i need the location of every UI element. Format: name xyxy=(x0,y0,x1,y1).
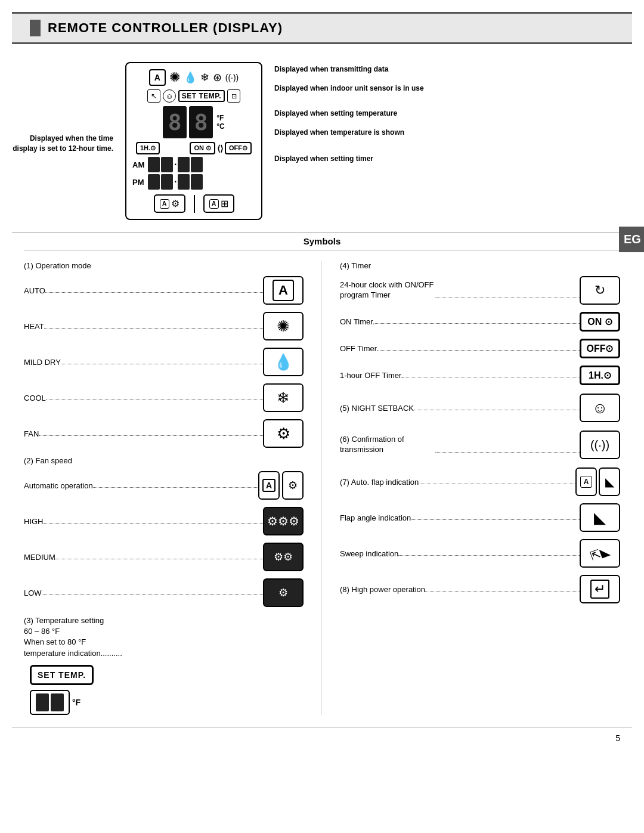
symbol-high: HIGH ⚙⚙⚙ xyxy=(24,507,304,535)
symbol-medium: MEDIUM ⚙⚙ xyxy=(24,543,304,571)
pm-label: PM xyxy=(132,178,145,187)
pm-colon: · xyxy=(174,176,177,187)
seg-digit-1: 8 xyxy=(163,106,187,138)
symbol-1h-timer: 1-hour OFF Timer. 1H.⊙ xyxy=(340,366,620,385)
pm-m2 xyxy=(191,174,203,190)
page-header: REMOTE CONTROLLER (DISPLAY) xyxy=(12,12,632,44)
pm-m1 xyxy=(178,174,190,190)
timer-section: (4) Timer 24-hour clock with ON/OFF prog… xyxy=(340,261,620,385)
night-setback-section: (5) NIGHT SETBACK ☺ xyxy=(340,394,620,422)
temp-setting-icons: SET TEMP. xyxy=(30,665,304,685)
flap-icon: ⊞ xyxy=(221,198,228,209)
fan-icon-disp: ⊛ xyxy=(213,71,222,84)
high-symbol: ⚙⚙⚙ xyxy=(263,507,304,535)
am-h1 xyxy=(148,157,160,172)
second-row: ↖ ☺ SET TEMP. ⊡ xyxy=(132,89,255,103)
symbol-on-timer: ON Timer. ON ⊙ xyxy=(340,312,620,332)
24h-clock-symbol: ↻ xyxy=(580,276,620,305)
timer-row: 1H.⊙ ON ⊙ ⟨⟩ OFF⊙ xyxy=(136,142,252,154)
on-timer-disp: ON ⊙ xyxy=(190,142,215,154)
right-annotations: Displayed when transmitting data Display… xyxy=(274,56,632,226)
symbol-fan: FAN ⚙ xyxy=(24,419,304,448)
left-annotation: Displayed when the time display is set t… xyxy=(12,56,113,226)
remote-diagram: A ✺ 💧 ❄ ⊛ ((·)) ↖ ☺ SET TEMP. ⊡ 8 8 xyxy=(125,62,262,220)
degree-labels: °F °C xyxy=(216,114,224,131)
flap-angle-section: Flap angle indication ◣ xyxy=(340,503,620,532)
auto-flap-symbol: A ◣ xyxy=(575,467,620,496)
1h-disp: 1H.⊙ xyxy=(136,142,160,154)
dry-icon: 💧 xyxy=(184,71,197,84)
fan-auto-icon: ⚙ xyxy=(171,198,179,209)
page-number: 5 xyxy=(615,733,620,743)
auto-fan-group: A ⚙ xyxy=(154,194,185,213)
set-temp-display: SET TEMP. xyxy=(178,90,225,102)
mild-dry-symbol: 💧 xyxy=(263,348,304,376)
heat-icon: ✺ xyxy=(169,70,180,85)
temp-digit-box xyxy=(30,690,70,715)
header-bar-decoration xyxy=(30,20,41,36)
symbol-mild-dry: MILD DRY 💧 xyxy=(24,348,304,376)
symbol-low: LOW ⚙ xyxy=(24,578,304,607)
ann-5: Displayed when setting timer xyxy=(274,154,632,163)
auto-flap-section: (7) Auto. flap indication A ◣ xyxy=(340,467,620,496)
temp-d2 xyxy=(51,693,64,711)
am-pm-section: AM · PM · xyxy=(132,157,255,190)
bottom-divider xyxy=(12,727,632,727)
page-number-area: 5 xyxy=(0,733,644,755)
symbols-header: Symbols xyxy=(24,233,620,250)
off-timer-symbol: OFF⊙ xyxy=(580,339,620,358)
confirm-symbol: ((·)) xyxy=(580,431,620,459)
seg-digit-2: 8 xyxy=(189,106,213,138)
sweep-section: Sweep indication ⇱◣ xyxy=(340,539,620,568)
eg-label: EG xyxy=(619,227,644,252)
symbol-auto: AUTO A xyxy=(24,276,304,305)
sweep-symbol: ⇱◣ xyxy=(580,539,620,568)
night-setback-symbol: ☺ xyxy=(580,394,620,422)
am-m2 xyxy=(191,157,203,172)
page-title: REMOTE CONTROLLER (DISPLAY) xyxy=(48,20,283,36)
confirmation-section: (6) Confirmation of transmission ((·)) xyxy=(340,431,620,459)
low-symbol: ⚙ xyxy=(263,578,304,607)
off-timer-disp: OFF⊙ xyxy=(225,142,252,154)
cool-icon: ❄ xyxy=(200,71,209,84)
ann-2: Displayed when indoor unit sensor is in … xyxy=(274,84,632,92)
temp-d1 xyxy=(36,693,49,711)
symbols-left-col: (1) Operation mode AUTO A HEAT xyxy=(24,261,322,715)
pm-h2 xyxy=(161,174,173,190)
am-time-display: · xyxy=(148,157,203,172)
a-small: A xyxy=(160,199,169,209)
symbol-off-timer: OFF Timer. OFF⊙ xyxy=(340,339,620,358)
ann-1: Displayed when transmitting data xyxy=(274,65,632,73)
am-label: AM xyxy=(132,160,145,169)
temp-7seg: 8 8 °F °C xyxy=(132,106,255,138)
symbols-right-col: (4) Timer 24-hour clock with ON/OFF prog… xyxy=(322,261,620,715)
timer-title: (4) Timer xyxy=(340,261,620,270)
pm-time-display: · xyxy=(148,174,203,190)
cool-symbol: ❄ xyxy=(263,383,304,412)
arrow-icon: ⟨⟩ xyxy=(217,144,223,153)
symbols-grid: (1) Operation mode AUTO A HEAT xyxy=(24,261,620,715)
ann-4: Displayed when temperature is shown xyxy=(274,128,632,137)
1h-timer-symbol: 1H.⊙ xyxy=(580,366,620,385)
set-temp-large-box: SET TEMP. xyxy=(30,665,94,685)
medium-symbol: ⚙⚙ xyxy=(263,543,304,571)
temp-section-title: (3) Temperature setting60 – 86 °FWhen se… xyxy=(24,615,304,659)
fan-symbol: ⚙ xyxy=(263,419,304,448)
on-timer-symbol: ON ⊙ xyxy=(580,312,620,332)
auto-symbol: A xyxy=(263,276,304,305)
am-h2 xyxy=(161,157,173,172)
mode-icons-row: A ✺ 💧 ❄ ⊛ ((·)) xyxy=(132,69,255,86)
am-m1 xyxy=(178,157,190,172)
on-off-row: ON ⊙ ⟨⟩ OFF⊙ xyxy=(190,142,252,154)
sleep-icon: ↖ xyxy=(147,89,160,103)
symbol-24h: 24-hour clock with ON/OFF program Timer … xyxy=(340,276,620,305)
vertical-divider xyxy=(194,195,195,213)
temp-setting-section: (3) Temperature setting60 – 86 °FWhen se… xyxy=(24,615,304,715)
symbol-cool: COOL ❄ xyxy=(24,383,304,412)
temp-digit-display: °F xyxy=(30,690,304,715)
operation-mode-section: (1) Operation mode AUTO A HEAT xyxy=(24,261,304,448)
symbols-section: Symbols (1) Operation mode AUTO A xyxy=(6,233,638,715)
ann-3: Displayed when setting temperature xyxy=(274,109,632,117)
symbol-auto-op: Automatic operation A ⚙ xyxy=(24,471,304,500)
high-power-symbol: ↵ xyxy=(580,575,620,603)
